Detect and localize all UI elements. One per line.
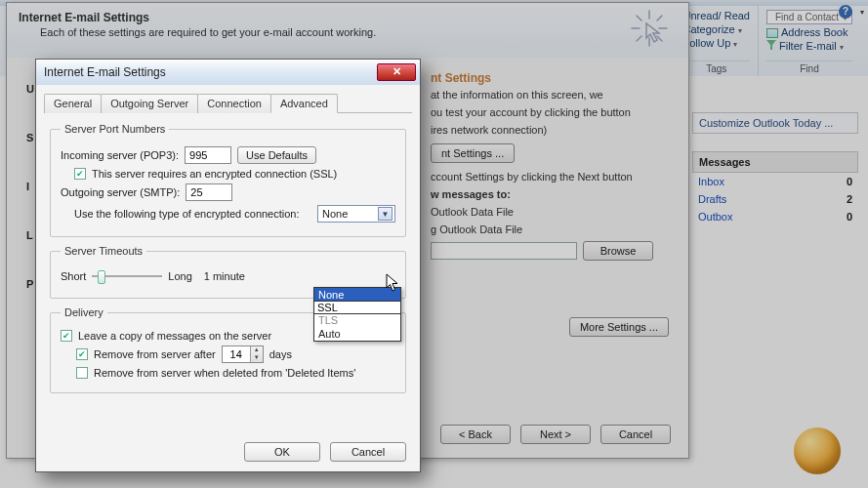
ssl-required-label: This server requires an encrypted connec… — [92, 168, 337, 180]
more-settings-button[interactable]: More Settings ... — [569, 317, 669, 337]
chevron-down-icon-2[interactable]: ▼ — [251, 354, 263, 362]
help-dropdown-icon[interactable]: ▾ — [860, 8, 864, 17]
account-settings-subtitle: Each of these settings are required to g… — [40, 26, 677, 38]
customize-today-link[interactable]: Customize Outlook Today ... — [692, 112, 858, 134]
folder-link[interactable]: Outbox — [698, 211, 732, 223]
tab-connection[interactable]: Connection — [197, 94, 271, 113]
test-settings-text3: ires network connection) — [431, 124, 669, 136]
folder-count: 0 — [847, 211, 852, 223]
test-settings-text1: at the information on this screen, we — [431, 89, 669, 101]
ssl-required-checkbox[interactable] — [74, 168, 86, 180]
tab-general[interactable]: General — [44, 94, 102, 113]
encryption-type-label: Use the following type of encrypted conn… — [74, 208, 300, 220]
encryption-option-ssl[interactable]: SSL — [313, 301, 401, 314]
remove-after-days-input[interactable] — [223, 346, 250, 362]
close-icon: ✕ — [393, 65, 401, 77]
ribbon-label-find: Find — [766, 61, 852, 74]
deliver-opt2[interactable]: g Outlook Data File — [431, 224, 669, 235]
timeout-short-label: Short — [61, 270, 86, 282]
remove-when-deleted-label: Remove from server when deleted from 'De… — [94, 367, 355, 379]
encryption-type-value: None — [322, 208, 348, 220]
deliver-heading: w messages to: — [431, 188, 669, 200]
server-timeouts-legend: Server Timeouts — [61, 245, 146, 257]
cursor-decoration-icon — [630, 9, 669, 50]
encryption-option-auto[interactable]: Auto — [314, 327, 400, 341]
brand-globe-icon — [794, 427, 841, 474]
address-book-icon — [766, 28, 778, 38]
svg-line-6 — [657, 16, 662, 20]
test-account-settings-button[interactable]: nt Settings ... — [431, 143, 515, 163]
categorize-button[interactable]: Categorize ▾ — [683, 23, 751, 35]
tab-outgoing-server[interactable]: Outgoing Server — [101, 94, 198, 113]
cancel-button-acct[interactable]: Cancel — [600, 425, 671, 444]
filter-email-button[interactable]: Filter E-mail ▾ — [766, 40, 852, 52]
test-settings-text2: ou test your account by clicking the but… — [431, 106, 669, 118]
folder-count: 2 — [847, 193, 852, 205]
timeout-slider[interactable] — [92, 268, 162, 284]
internet-email-settings-dialog: Internet E-mail Settings ✕ General Outgo… — [35, 59, 421, 472]
remove-after-label: Remove from server after — [94, 348, 216, 360]
dialog-title: Internet E-mail Settings — [44, 65, 166, 79]
messages-row: Drafts2 — [692, 190, 858, 208]
leave-copy-label: Leave a copy of messages on the server — [78, 330, 271, 342]
ribbon-label-tags: Tags — [683, 61, 751, 74]
delivery-legend: Delivery — [61, 306, 107, 318]
close-button[interactable]: ✕ — [377, 63, 416, 81]
mouse-cursor-icon — [386, 273, 399, 293]
ribbon-group-find: Find a Contact ▾ Address Book Filter E-m… — [758, 6, 860, 76]
svg-line-7 — [637, 36, 641, 41]
address-book-button[interactable]: Address Book — [766, 26, 852, 38]
test-settings-heading: nt Settings — [431, 71, 669, 85]
messages-row: Inbox0 — [692, 173, 858, 190]
encryption-type-select[interactable]: None ▼ — [317, 205, 395, 223]
folder-link[interactable]: Drafts — [698, 193, 726, 205]
account-settings-title: Internet E-mail Settings — [19, 11, 677, 24]
use-defaults-button[interactable]: Use Defaults — [237, 146, 316, 164]
encryption-option-tls[interactable]: TLS — [314, 313, 400, 327]
messages-heading: Messages — [692, 151, 858, 173]
incoming-port-input[interactable] — [185, 146, 231, 164]
ribbon-group-tags: Unread/ Read Categorize ▾ Follow Up ▾ Ta… — [675, 6, 759, 76]
find-contact-input[interactable]: Find a Contact ▾ — [766, 10, 852, 24]
incoming-server-label: Incoming server (POP3): — [61, 149, 179, 161]
timeout-value: 1 minute — [204, 270, 245, 282]
help-icon[interactable]: ? — [839, 5, 852, 19]
svg-line-4 — [637, 16, 641, 20]
timeout-long-label: Long — [168, 270, 191, 282]
unread-read-button[interactable]: Unread/ Read — [683, 10, 751, 21]
deliver-opt1[interactable]: Outlook Data File — [431, 206, 669, 218]
tab-advanced[interactable]: Advanced — [270, 94, 338, 113]
outgoing-port-input[interactable] — [186, 183, 232, 201]
remove-after-checkbox[interactable] — [76, 348, 88, 360]
remove-when-deleted-checkbox[interactable] — [76, 367, 88, 379]
outgoing-server-label: Outgoing server (SMTP): — [61, 186, 180, 198]
data-file-path-input[interactable] — [431, 242, 577, 260]
cancel-button[interactable]: Cancel — [330, 442, 406, 462]
next-button[interactable]: Next > — [520, 425, 591, 444]
back-button[interactable]: < Back — [440, 425, 511, 444]
chevron-down-icon: ▼ — [378, 207, 393, 221]
follow-up-button[interactable]: Follow Up ▾ — [683, 37, 751, 49]
messages-row: Outbox0 — [692, 208, 858, 225]
funnel-icon — [766, 40, 776, 50]
leave-copy-checkbox[interactable] — [61, 330, 72, 342]
test-settings-text4: ccount Settings by clicking the Next but… — [431, 171, 669, 183]
folder-count: 0 — [847, 176, 852, 187]
days-label: days — [269, 348, 292, 360]
browse-button[interactable]: Browse — [583, 241, 653, 261]
chevron-up-icon[interactable]: ▲ — [251, 346, 263, 354]
encryption-type-dropdown: None SSL TLS Auto — [313, 287, 401, 342]
server-port-legend: Server Port Numbers — [61, 123, 169, 135]
folder-link[interactable]: Inbox — [698, 176, 724, 187]
remove-after-days-stepper[interactable]: ▲▼ — [222, 346, 264, 363]
ok-button[interactable]: OK — [244, 442, 320, 462]
svg-line-5 — [657, 36, 662, 41]
